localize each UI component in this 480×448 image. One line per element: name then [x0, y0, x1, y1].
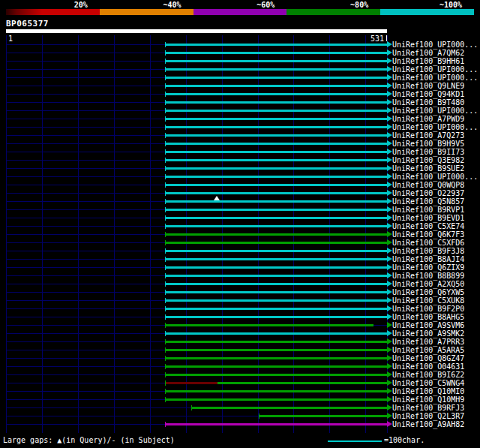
hit-bar[interactable] [165, 167, 387, 170]
hit-start-tick [165, 356, 166, 361]
hit-start-tick [191, 405, 192, 410]
hit-bar[interactable] [165, 365, 387, 368]
hit-start-tick [165, 265, 166, 270]
hit-label[interactable]: UniRef100_A9AH82 [392, 420, 464, 429]
hit-bar[interactable] [165, 101, 387, 104]
hit-bar[interactable] [165, 324, 374, 326]
hit-bar[interactable] [165, 316, 387, 318]
hit-arrowhead-icon [387, 140, 392, 146]
hit-bar[interactable] [165, 308, 387, 310]
hit-bar[interactable] [165, 349, 387, 351]
hit-arrowhead-icon [387, 413, 392, 419]
hit-bar[interactable] [165, 143, 387, 145]
hit-start-tick [165, 240, 166, 245]
hit-bar[interactable] [165, 93, 387, 95]
hit-start-tick [165, 331, 166, 336]
hit-bar[interactable] [165, 266, 387, 269]
hit-start-tick [165, 248, 166, 254]
hit-start-tick [165, 298, 166, 303]
hit-bar[interactable] [165, 68, 387, 71]
hit-bar[interactable] [165, 200, 387, 203]
hit-bar[interactable] [165, 52, 387, 54]
hit-arrowhead-icon [387, 388, 392, 394]
hit-bar[interactable] [165, 341, 387, 343]
hit-bar[interactable] [165, 233, 387, 236]
hit-arrowhead-icon [387, 297, 392, 303]
hit-arrowhead-icon [387, 231, 392, 237]
hit-start-tick [165, 224, 166, 229]
hit-bar[interactable] [165, 357, 387, 359]
hit-arrowhead-icon [387, 124, 392, 130]
hit-row[interactable]: UniRef100_A9AH82 [0, 420, 480, 429]
hit-start-tick [165, 290, 166, 295]
hit-arrowhead-icon [387, 338, 392, 344]
hit-subsegment [165, 382, 218, 384]
hit-arrowhead-icon [387, 50, 392, 56]
hit-bar[interactable] [165, 118, 387, 120]
hit-arrowhead-icon [387, 248, 392, 254]
hit-bar[interactable] [165, 242, 387, 244]
hit-bar[interactable] [165, 374, 387, 376]
hit-bar[interactable] [165, 126, 387, 128]
hit-arrowhead-icon [387, 396, 392, 402]
hit-arrowhead-icon [387, 149, 392, 155]
hit-start-tick [165, 108, 166, 113]
hit-arrowhead-icon [387, 380, 392, 386]
hit-start-tick [165, 75, 166, 80]
hit-bar[interactable] [165, 217, 387, 219]
hit-bar[interactable] [165, 283, 387, 285]
hit-arrowhead-icon [387, 58, 392, 64]
hit-bar[interactable] [165, 192, 387, 194]
hit-start-tick [165, 339, 166, 344]
hit-bar[interactable] [165, 250, 387, 252]
hit-start-tick [165, 141, 166, 146]
hit-start-tick [165, 166, 166, 171]
hit-bar[interactable] [165, 291, 387, 293]
hit-arrowhead-icon [387, 99, 392, 105]
hit-bar[interactable] [165, 275, 387, 277]
hit-bar[interactable] [165, 299, 387, 302]
hit-start-tick [165, 347, 166, 353]
hit-bar[interactable] [165, 423, 387, 425]
hit-start-tick [165, 199, 166, 204]
hit-arrowhead-icon [387, 83, 392, 89]
hit-bar[interactable] [165, 77, 387, 79]
hit-arrowhead-icon [387, 289, 392, 295]
hit-start-tick [165, 215, 166, 221]
hit-bar[interactable] [165, 151, 387, 153]
hit-bar[interactable] [165, 159, 387, 161]
hit-bar[interactable] [165, 258, 387, 260]
hit-arrowhead-icon [387, 223, 392, 229]
hit-arrowhead-icon [387, 347, 392, 353]
hit-bar[interactable] [165, 60, 387, 62]
hit-start-tick [165, 182, 166, 188]
hit-bar[interactable] [165, 390, 387, 392]
hit-start-tick [165, 364, 166, 369]
hit-arrowhead-icon [387, 157, 392, 163]
hit-bar[interactable] [165, 134, 387, 137]
hit-bar[interactable] [165, 332, 387, 335]
hit-arrowhead-icon [387, 305, 392, 311]
hit-start-tick [165, 191, 166, 196]
hit-bar[interactable] [165, 110, 387, 112]
hit-arrowhead-icon [387, 421, 392, 427]
hit-arrowhead-icon [387, 198, 392, 204]
hit-bar[interactable] [165, 398, 387, 401]
hit-start-tick [165, 232, 166, 237]
hit-bar[interactable] [259, 415, 387, 417]
hit-bar[interactable] [165, 85, 387, 87]
hit-arrowhead-icon [387, 190, 392, 196]
hit-start-tick [165, 100, 166, 105]
hit-arrowhead-icon [387, 256, 392, 262]
hit-bar[interactable] [165, 176, 387, 178]
hit-start-tick [165, 92, 166, 97]
hit-bar[interactable] [191, 407, 387, 409]
hit-bar[interactable] [165, 44, 387, 46]
hit-bar[interactable] [165, 225, 387, 227]
hit-arrowhead-icon [387, 116, 392, 122]
hit-bar[interactable] [165, 209, 387, 211]
hit-start-tick [165, 133, 166, 138]
hit-arrowhead-icon [387, 91, 392, 97]
hit-bar[interactable] [165, 184, 387, 186]
hit-start-tick [165, 59, 166, 64]
